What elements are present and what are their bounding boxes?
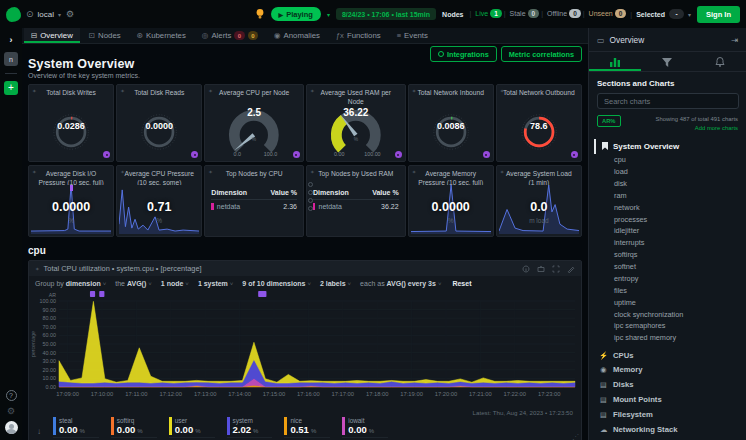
legend-unit: %: [195, 428, 200, 434]
legend-item-steal[interactable]: steal0.00%: [53, 417, 99, 438]
reset-button[interactable]: Reset: [452, 280, 471, 287]
space-avatar[interactable]: n: [4, 52, 18, 66]
sidebar-subitem-interrupts[interactable]: interrupts: [589, 237, 746, 249]
sidebar-section-cpus[interactable]: ⚡CPUs: [589, 348, 746, 363]
mini-card-average-cpu-pressure-10-sec-some-[interactable]: ✦Average CPU Pressure (10 sec, some)0.71…: [116, 165, 202, 237]
mini-card-top-nodes-by-cpu[interactable]: ✦Top Nodes by CPUDimensionValue %netdata…: [204, 165, 304, 237]
tab-anomalies[interactable]: ◉Anomalies: [267, 28, 327, 43]
playing-toggle[interactable]: ▶ Playing: [271, 7, 321, 21]
latest-timestamp: Latest: Thu, Aug 24, 2023 • 17:23:50: [29, 409, 581, 416]
integrations-button[interactable]: Integrations: [430, 46, 497, 62]
tab-functions[interactable]: ƒxFunctions: [329, 28, 388, 43]
edit-icon[interactable]: [567, 265, 575, 273]
gauge-card-total-network-outbound[interactable]: ✦Total Network Outbound78.6: [496, 84, 582, 162]
sidebar-subitem-ram[interactable]: ram: [589, 189, 746, 201]
add-space-button[interactable]: +: [4, 81, 18, 95]
sidebar-section-networking-stack[interactable]: ☁Networking Stack: [589, 422, 746, 437]
collapse-sidebar-icon[interactable]: ⇥: [731, 35, 738, 45]
chart-title: Total CPU utilization • system.cpu • [pe…: [44, 264, 202, 273]
sidebar-subitem-ipc-semaphores[interactable]: ipc semaphores: [589, 320, 746, 332]
gauge-card-total-disk-writes[interactable]: ✦Total Disk Writes0.0286: [28, 84, 114, 162]
gauge-card-total-disk-reads[interactable]: ✦Total Disk Reads0.0000: [116, 84, 202, 162]
toolbar-dropdown-avg-every-3s[interactable]: each as AVG() every 3s˅: [360, 280, 441, 287]
mini-card-average-memory-pressure-10-sec-full-[interactable]: ✦Average Memory Pressure (10 sec, full)0…: [408, 165, 494, 237]
sidebar-subitem-network[interactable]: network: [589, 201, 746, 213]
expand-rail-icon[interactable]: ›: [10, 35, 13, 45]
table-row[interactable]: netdata2.36: [211, 200, 297, 213]
legend-item-iowait[interactable]: iowait0.00%: [342, 417, 388, 438]
sidebar-subitem-disk[interactable]: disk: [589, 177, 746, 189]
sign-in-button[interactable]: Sign In: [697, 6, 740, 23]
netdata-logo: [6, 7, 21, 22]
tab-overview[interactable]: ⊟Overview: [24, 28, 80, 43]
gauge-card-average-cpu-per-node[interactable]: ✦Average CPU per Node0.0100.0%2.5: [204, 84, 304, 162]
selected-chevron-icon[interactable]: ▾: [688, 11, 691, 18]
toolbar-dropdown-1-node[interactable]: 1 node˅: [161, 280, 189, 287]
timeframe-picker[interactable]: 8/24/23 • 17:06 • last 15min: [336, 8, 436, 20]
sidebar-section-memory[interactable]: ◉Memory: [589, 363, 746, 378]
gear-icon[interactable]: ⚙: [7, 406, 15, 416]
sidebar-subitem-files[interactable]: files: [589, 284, 746, 296]
tab-alerts[interactable]: ◎Alerts00: [195, 28, 265, 43]
sidebar-subitem-cpu[interactable]: cpu: [589, 154, 746, 166]
tab-filter[interactable]: [641, 52, 693, 71]
tab-charts[interactable]: [589, 52, 641, 71]
sidebar-subitem-entropy[interactable]: entropy: [589, 272, 746, 284]
sidebar-item-system-overview[interactable]: System Overview: [594, 139, 746, 154]
snapshot-icon[interactable]: [537, 265, 545, 273]
toolbar-dropdown-dimension[interactable]: Group by dimension˅: [35, 280, 106, 287]
bookmark-icon: [602, 142, 608, 150]
search-charts-input[interactable]: [597, 93, 739, 109]
legend-item-nice[interactable]: nice0.51%: [284, 417, 330, 438]
download-icon[interactable]: ↓: [37, 427, 41, 438]
anomaly-rate-badge[interactable]: AR%: [597, 115, 621, 127]
sidebar-section-mount-points[interactable]: ▤Mount Points: [589, 392, 746, 407]
resize-handle-icon[interactable]: ⋰: [572, 433, 579, 440]
sidebar-subitem-softirqs[interactable]: softirqs: [589, 249, 746, 261]
space-picker[interactable]: ⊙ local ▾: [26, 9, 61, 19]
sidebar-subitem-idlejitter[interactable]: idlejitter: [589, 225, 746, 237]
sidebar-subitem-uptime[interactable]: uptime: [589, 296, 746, 308]
node-states: |Live1|Stale0|Offline0|Unseen0: [467, 10, 626, 18]
card-info-icon: ✦: [412, 169, 417, 175]
sidebar-section-filesystem[interactable]: ▤Filesystem: [589, 407, 746, 422]
sidebar-section-ipv4-networking[interactable]: ☁IPv4 Networking: [589, 436, 746, 440]
sidebar-subitem-ipc-shared-memory[interactable]: ipc shared memory: [589, 332, 746, 344]
add-more-charts-link[interactable]: Add more charts: [695, 125, 738, 131]
tab-kubernetes[interactable]: ⊛Kubernetes: [130, 28, 193, 43]
help-icon[interactable]: ?: [6, 390, 17, 401]
sidebar-section-disks[interactable]: ▤Disks: [589, 377, 746, 392]
playing-chevron-icon[interactable]: ▾: [327, 11, 330, 18]
chart-drag-icon[interactable]: ✦: [35, 266, 40, 272]
legend-item-softirq[interactable]: softirq0.00%: [111, 417, 157, 438]
toolbar-dropdown-avg-[interactable]: the AVG()˅: [115, 280, 152, 287]
settings-gear-icon[interactable]: ⚙: [66, 9, 74, 19]
legend-value: 0.00%: [175, 425, 201, 435]
mini-card-average-system-load-1-min-[interactable]: ✦Average System Load (1 min)0.0m load: [496, 165, 582, 237]
info-icon[interactable]: [522, 265, 530, 273]
sidebar-subitem-softnet[interactable]: softnet: [589, 261, 746, 273]
user-avatar[interactable]: [5, 421, 18, 434]
tab-nodes[interactable]: ⊡Nodes: [82, 28, 128, 43]
gauge-card-average-used-ram-per-node[interactable]: ✦Average Used RAM per Node0.00100.00%36.…: [306, 84, 406, 162]
tab-alerts[interactable]: [694, 52, 746, 71]
metric-correlations-button[interactable]: Metric correlations: [501, 46, 582, 62]
sidebar-subitem-processes[interactable]: processes: [589, 213, 746, 225]
chart-hover-toolbar[interactable]: [308, 182, 313, 211]
table-row[interactable]: netdata36.22: [313, 200, 399, 213]
sidebar-subitem-load[interactable]: load: [589, 166, 746, 178]
cpu-utilization-chart[interactable]: 0.0010.0020.0030.0040.0050.0060.0070.008…: [29, 289, 581, 407]
legend-item-user[interactable]: user0.00%: [169, 417, 215, 438]
tab-events[interactable]: ≡Events: [390, 28, 435, 43]
toolbar-dropdown-9-of-10-dimensions[interactable]: 9 of 10 dimensions˅: [242, 280, 311, 287]
toolbar-dropdown-1-system[interactable]: 1 system˅: [198, 280, 233, 287]
legend-item-system[interactable]: system2.02%: [227, 417, 273, 438]
toolbar-dropdown-2-labels[interactable]: 2 labels˅: [320, 280, 351, 287]
mini-card-average-disk-i-o-pressure-10-sec-full-[interactable]: ✦Average Disk I/O Pressure (10 sec, full…: [28, 165, 114, 237]
gauge-card-total-network-inbound[interactable]: ✦Total Network Inbound0.0086: [408, 84, 494, 162]
news-bulb-icon[interactable]: [255, 8, 265, 20]
mini-card-top-nodes-by-used-ram[interactable]: ✦Top Nodes by Used RAMDimensionValue %ne…: [306, 165, 406, 237]
fullscreen-icon[interactable]: [552, 265, 560, 273]
selected-value[interactable]: -: [669, 9, 684, 19]
sidebar-subitem-clock-synchronization[interactable]: clock synchronization: [589, 308, 746, 320]
